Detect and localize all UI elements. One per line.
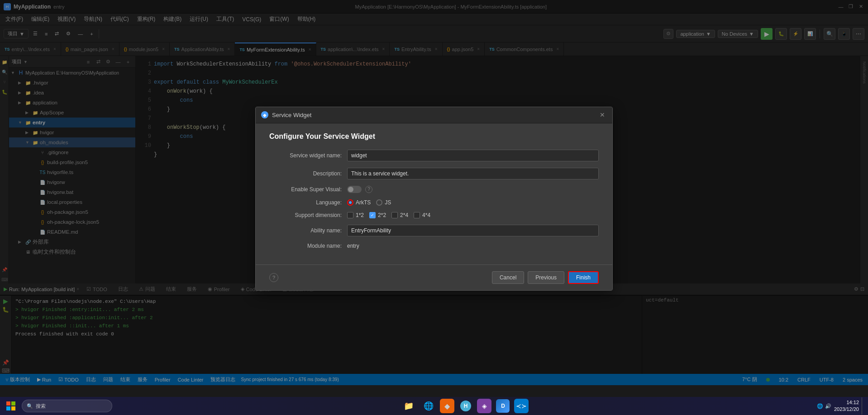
form-row-description: Description: [269, 168, 599, 179]
dim-4x4-checkbox[interactable] [414, 212, 420, 218]
dim-2x4-option[interactable]: 2*4 [391, 212, 408, 218]
js-radio-label: JS [385, 199, 391, 206]
modal-overlay: ◆ Service Widget ✕ Configure Your Servic… [0, 0, 868, 397]
taskbar-app-deveco[interactable]: D [494, 397, 511, 415]
modal-main-title: Configure Your Service Widget [269, 132, 599, 141]
taskbar-clock[interactable]: 14:12 2023/12/20 [834, 399, 859, 413]
taskbar-show-desktop[interactable] [862, 397, 864, 415]
widget-name-input[interactable] [347, 150, 599, 161]
svg-rect-1 [11, 401, 15, 406]
ability-name-label: Ability name: [269, 227, 342, 234]
modal-header: ◆ Service Widget ✕ [256, 107, 612, 123]
description-label: Description: [269, 170, 342, 177]
form-row-ability-name: Ability name: [269, 225, 599, 236]
dim-4x4-option[interactable]: 4*4 [414, 212, 430, 218]
super-visual-toggle-container: ? [347, 186, 372, 193]
language-js-option[interactable]: JS [376, 199, 391, 206]
dim-1x2-option[interactable]: 1*2 [347, 212, 364, 218]
svg-rect-2 [6, 406, 10, 410]
taskbar-right: 🌐 🔊 14:12 2023/12/20 [817, 397, 864, 415]
windows-logo-icon [6, 401, 15, 410]
ability-name-input[interactable] [347, 225, 599, 236]
modal-footer: ? Cancel Previous Finish [256, 264, 612, 290]
finish-button[interactable]: Finish [568, 271, 599, 284]
language-label: Language: [269, 199, 342, 206]
widget-name-label: Service widget name: [269, 152, 342, 159]
taskbar-app-browser[interactable]: 🌐 [420, 397, 437, 415]
form-row-module-name: Module name: entry [269, 243, 599, 249]
service-widget-dialog: ◆ Service Widget ✕ Configure Your Servic… [255, 107, 613, 291]
taskbar-apps: 📁 🌐 ◆ H ◈ D ≺≻ [112, 397, 817, 415]
language-arkts-option[interactable]: ArkTS [347, 199, 371, 206]
arkts-radio-label: ArkTS [356, 199, 371, 206]
super-visual-help-icon[interactable]: ? [365, 186, 372, 193]
svg-rect-3 [11, 406, 15, 410]
taskbar-app-vscode[interactable]: ≺≻ [514, 399, 529, 413]
dimension-checkbox-group: 1*2 ✓ 2*2 2*4 4*4 [347, 212, 430, 218]
form-row-dimension: Support dimension: 1*2 ✓ 2*2 2*4 [269, 212, 599, 218]
taskbar-network-icon[interactable]: 🌐 [817, 403, 823, 409]
taskbar-system-tray: 🌐 🔊 [817, 403, 831, 409]
toggle-thumb [348, 187, 353, 192]
footer-help-icon[interactable]: ? [269, 273, 278, 282]
arkts-radio-btn[interactable] [347, 199, 353, 206]
taskbar-search-box[interactable]: 🔍 搜索 [22, 400, 112, 412]
dim-1x2-label: 1*2 [356, 212, 364, 218]
taskbar-search-label: 搜索 [36, 403, 46, 410]
taskbar: 🔍 搜索 📁 🌐 ◆ H ◈ D ≺≻ 🌐 🔊 14:12 2023/12/20 [0, 397, 868, 415]
taskbar-app-harmony[interactable]: H [457, 397, 474, 415]
arkts-radio-dot [349, 201, 352, 204]
deveco-icon: D [496, 399, 510, 413]
module-name-value: entry [347, 243, 359, 249]
module-name-label: Module name: [269, 243, 342, 249]
dim-2x4-checkbox[interactable] [391, 212, 398, 218]
taskbar-search-icon: 🔍 [27, 403, 33, 409]
dim-2x2-checkbox[interactable]: ✓ [369, 212, 376, 218]
dimension-label: Support dimension: [269, 212, 342, 218]
super-visual-label: Enable Super Visual: [269, 186, 342, 193]
modal-icon: ◆ [261, 111, 268, 118]
footer-buttons: Cancel Previous Finish [492, 271, 599, 284]
svg-rect-0 [6, 401, 10, 406]
modal-close-button[interactable]: ✕ [598, 110, 607, 119]
description-input[interactable] [347, 168, 599, 179]
form-row-super-visual: Enable Super Visual: ? [269, 186, 599, 193]
js-radio-btn[interactable] [376, 199, 382, 206]
previous-button[interactable]: Previous [528, 271, 564, 284]
form-row-widget-name: Service widget name: [269, 150, 599, 161]
form-row-language: Language: ArkTS JS [269, 199, 599, 206]
dim-1x2-checkbox[interactable] [347, 212, 353, 218]
svg-text:H: H [464, 403, 468, 409]
taskbar-volume-icon[interactable]: 🔊 [825, 403, 831, 409]
dim-2x2-option[interactable]: ✓ 2*2 [369, 212, 386, 218]
dim-2x4-label: 2*4 [400, 212, 408, 218]
taskbar-app-orange[interactable]: ◆ [440, 399, 454, 413]
modal-title: Service Widget [272, 112, 311, 118]
taskbar-time-label: 14:12 [834, 399, 859, 406]
dim-4x4-label: 4*4 [422, 212, 430, 218]
taskbar-app-files[interactable]: 📁 [400, 397, 417, 415]
modal-body: Configure Your Service Widget Service wi… [256, 123, 612, 264]
harmony-logo-icon: H [459, 400, 472, 412]
cancel-button[interactable]: Cancel [492, 271, 524, 284]
language-radio-group: ArkTS JS [347, 199, 391, 206]
taskbar-date-label: 2023/12/20 [834, 406, 859, 413]
super-visual-toggle[interactable] [347, 186, 362, 193]
dim-2x2-label: 2*2 [378, 212, 386, 218]
windows-start-button[interactable] [4, 399, 18, 413]
taskbar-app-purple[interactable]: ◈ [477, 399, 491, 413]
